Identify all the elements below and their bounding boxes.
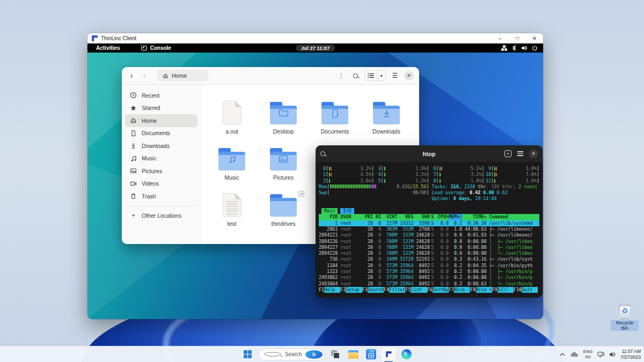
search-box[interactable]: Search b [258,349,325,360]
recycle-bin[interactable]: ♻ Recycle Bin [611,304,639,332]
volume-icon[interactable] [521,45,527,51]
process-table-header[interactable]: PIDUSERPRINIVIRTRESSHRSCPU%MEM%▽TIME+Com… [319,214,539,220]
fkey-f9[interactable]: F9 [492,287,497,293]
file-item-Music[interactable]: Music [206,142,258,187]
column-header-virt[interactable]: VIRT [381,214,397,220]
console-button[interactable]: Console [141,45,171,51]
sidebar-item-recent[interactable]: Recent [125,89,197,102]
fkey-f4[interactable]: F4 [384,287,389,293]
fkey-f8[interactable]: F8 [470,287,475,293]
file-explorer-button[interactable] [346,348,360,361]
fkey-f2[interactable]: F2 [340,287,346,293]
process-row-2094227[interactable]: 2094227root200708M131M24628S0.00.80:00.0… [319,245,539,250]
htop-menu-button[interactable] [517,151,523,156]
sidebar-item-videos[interactable]: Videos [125,178,197,190]
fkey-label-nice -[interactable]: Nice - [454,287,470,293]
column-header-pid[interactable]: PID [319,214,338,220]
column-header-res[interactable]: RES [397,214,413,220]
fkey-f6[interactable]: F6 [427,287,433,293]
sidebar-item-trash[interactable]: Trash [125,190,197,203]
process-row-2094221[interactable]: 2094221root200708M131M24628S0.00.80:01.9… [319,232,539,238]
fkey-label-setup[interactable]: Setup [346,287,362,293]
file-item-Pictures[interactable]: Pictures [258,142,309,187]
search-button[interactable] [350,71,360,80]
column-header-pri[interactable]: PRI [365,214,373,220]
thinlinc-titlebar[interactable]: ThinLinc Client – □ ✕ [87,33,543,43]
sidebar-item-other-locations[interactable]: + Other Locations [125,210,197,222]
process-row-1104[interactable]: 1104root200573M359648492S0.00.20:04.35├─… [319,263,539,269]
sidebar-item-home[interactable]: Home [125,114,197,127]
network-icon[interactable] [501,45,507,51]
htop-titlebar[interactable]: htop ˅ + ✕ [316,145,543,162]
file-item-test[interactable]: test [206,188,258,233]
process-row-1[interactable]: 1root200227M333125580S0.00.20:30.38/usr/… [319,220,539,226]
sidebar-item-starred[interactable]: Starred [125,102,197,115]
sidebar-item-music[interactable]: Music [125,152,197,165]
fkey-label-search[interactable]: Search [368,287,384,293]
tab-main[interactable]: Main [321,208,338,214]
recycle-bin-icon[interactable]: ♻ [618,304,632,319]
clock-tray[interactable]: 11:07 AM7/27/2023 [620,349,641,360]
fkey-label-nice +[interactable]: Nice + [476,287,492,293]
fkey-f1[interactable]: F1 [319,287,324,293]
htop-close-button[interactable]: ✕ [529,150,538,158]
file-item-Downloads[interactable]: Downloads [361,95,412,141]
bluetooth-icon[interactable] [512,45,516,51]
network-tray-icon[interactable] [597,351,604,358]
column-header-s[interactable]: S [430,214,435,220]
volume-tray-icon[interactable] [609,351,616,358]
view-toggle[interactable]: ▾ [364,70,386,81]
fkey-f5[interactable]: F5 [405,287,411,293]
file-item-thindrives[interactable]: ↗thindrives [258,188,309,233]
fkey-label-help[interactable]: Help [324,287,340,293]
htop-search-button[interactable] [320,151,325,156]
store-button[interactable] [364,348,378,361]
activities-button[interactable]: Activities [93,45,123,51]
column-header-mem[interactable]: MEM%▽ [449,214,462,220]
fkey-label-kill[interactable]: Kill [497,287,514,293]
file-item-Desktop[interactable]: Desktop [258,95,309,141]
view-options-dropdown[interactable]: ▾ [377,71,385,80]
fkey-label-quit[interactable]: Quit [522,287,538,293]
start-button[interactable] [240,348,254,361]
power-icon[interactable] [532,45,538,51]
nav-back-button[interactable]: ‹ [127,72,136,79]
process-row-736[interactable]: 736root200349M5372852192S0.00.30:43.16├─… [319,256,539,262]
process-row-2094228[interactable]: 2094228root200708M131M24628S0.00.80:00.0… [319,250,539,256]
files-headerbar[interactable]: ‹ › Home ⋮ ▾ ☰ ✕ [122,67,419,85]
column-header-user[interactable]: USER [338,214,364,220]
process-row-2061[interactable]: 2061root200383M153M2760S0.01.044:00.63├─… [319,226,539,232]
menu-kebab-button[interactable]: ⋮ [336,71,346,80]
terminal[interactable]: 0[3.2%]3[1.9%]6[5.1%]9[3.8%] 1[4.5%]4[1.… [316,162,543,298]
edge-button[interactable] [399,348,413,361]
fkey-f7[interactable]: F7 [449,287,454,293]
nav-forward-button[interactable]: › [140,72,149,79]
process-row-1323[interactable]: 1323root200573M359648492S0.00.20:00.00│ … [319,269,539,275]
tray-chevron-button[interactable] [560,353,565,356]
fkey-f10[interactable]: F10 [514,287,522,293]
file-item-Documents[interactable]: Documents [309,95,361,141]
close-button[interactable]: ✕ [526,33,543,43]
sidebar-item-documents[interactable]: Documents [125,127,197,140]
path-bar[interactable]: Home [157,70,208,82]
new-tab-button[interactable]: + [504,150,511,157]
column-header-shr[interactable]: SHR [413,214,429,220]
fkey-label-list[interactable]: List [411,287,427,293]
column-header-cpu[interactable]: CPU% [435,214,449,220]
process-row-2094226[interactable]: 2094226root200708M131M24628S0.00.80:00.0… [319,239,539,245]
column-header-ni[interactable]: NI [373,214,381,220]
list-view-button[interactable] [365,71,377,80]
tab-io[interactable]: I/O [340,208,354,214]
minimize-button[interactable]: – [492,33,509,43]
fkey-f3[interactable]: F3 [362,287,368,293]
onedrive-icon[interactable] [570,352,579,357]
clock-button[interactable]: Jul 27 11:07 [296,45,335,51]
hamburger-menu-button[interactable]: ☰ [390,71,400,80]
file-item-a.out[interactable]: a.out [206,95,258,141]
files-close-button[interactable]: ✕ [404,71,414,80]
process-row-2493062[interactable]: 2493062root200573M359648492S0.00.20:00.0… [319,275,539,280]
task-view-button[interactable] [328,348,342,361]
sidebar-item-pictures[interactable]: Pictures [125,165,197,178]
sidebar-item-downloads[interactable]: Downloads [125,139,197,152]
thinlinc-taskbar-button[interactable] [382,348,396,361]
